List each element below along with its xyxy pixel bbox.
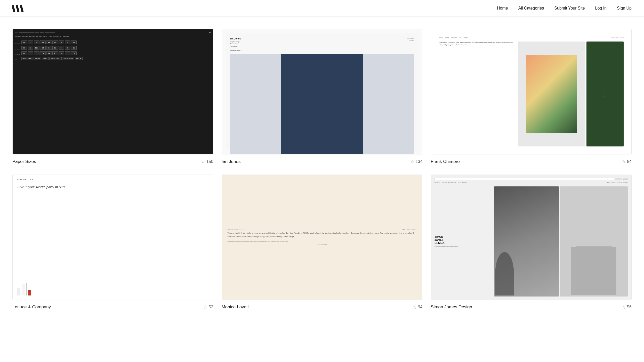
header: Home All Categories Submit Your Site Log… xyxy=(0,0,644,17)
card-frank-chimero[interactable]: Design Writing Illustration About Blog? … xyxy=(431,29,632,164)
main-nav: Home All Categories Submit Your Site Log… xyxy=(497,6,632,11)
svg-rect-0 xyxy=(12,5,15,12)
thumbnail-simon-james: All Items PROJECTS PROCESS ART DIRECTION… xyxy=(431,175,632,300)
card-footer-lettuce: Lettuce & Company ☆ 52 xyxy=(12,303,213,310)
card-lettuce[interactable]: LETTUCE | CO Live in your world, party i… xyxy=(12,175,213,310)
thumbnail-frank-chimero: Design Writing Illustration About Blog? … xyxy=(431,29,632,154)
star-icon: ☆ xyxy=(204,305,207,310)
card-title-simon: Simon James Design xyxy=(431,305,472,310)
star-icon: ☆ xyxy=(622,159,625,164)
svg-rect-2 xyxy=(20,5,24,12)
thumbnail-monica-lovati: MONICA LORETI STUDIO HOME ABOUT CONTACT … xyxy=(222,175,423,300)
thumbnail-ian-jones: Ian Jones Graphic designArt directionPho… xyxy=(222,29,423,154)
star-count-monica: 94 xyxy=(418,305,423,309)
card-title-paper-sizes: Paper Sizes xyxy=(12,159,36,164)
nav-categories[interactable]: All Categories xyxy=(518,6,544,11)
card-title-monica: Monica Lovati xyxy=(222,305,249,310)
thumbnail-paper-sizes: The best resource for International Pape… xyxy=(12,29,213,154)
card-stars-monica[interactable]: ☆ 94 xyxy=(413,305,423,310)
main-content: The best resource for International Pape… xyxy=(0,17,644,325)
card-stars-paper-sizes[interactable]: ☆ 150 xyxy=(201,159,213,164)
star-icon: ☆ xyxy=(413,305,416,310)
card-footer-ian-jones: Ian Jones ☆ 134 xyxy=(222,158,423,164)
card-stars-lettuce[interactable]: ☆ 52 xyxy=(204,305,213,310)
card-grid: The best resource for International Pape… xyxy=(12,29,632,310)
logo[interactable] xyxy=(12,4,26,13)
card-footer-frank-chimero: Frank Chimero ☆ 84 xyxy=(431,158,632,164)
star-icon: ☆ xyxy=(201,159,205,164)
thumbnail-lettuce: LETTUCE | CO Live in your world, party i… xyxy=(12,175,213,300)
star-icon: ☆ xyxy=(622,305,625,310)
svg-rect-1 xyxy=(16,5,20,12)
card-paper-sizes[interactable]: The best resource for International Pape… xyxy=(12,29,213,164)
star-count-ian-jones: 134 xyxy=(416,159,423,164)
star-count-frank-chimero: 84 xyxy=(627,159,632,164)
star-count-simon: 56 xyxy=(627,305,632,309)
card-stars-frank-chimero[interactable]: ☆ 84 xyxy=(622,159,632,164)
star-count-paper-sizes: 150 xyxy=(206,159,213,164)
card-title-ian-jones: Ian Jones xyxy=(222,159,241,164)
logo-icon xyxy=(12,4,26,13)
card-footer-simon: Simon James Design ☆ 56 xyxy=(431,303,632,310)
nav-submit[interactable]: Submit Your Site xyxy=(554,6,585,11)
card-stars-ian-jones[interactable]: ☆ 134 xyxy=(410,159,423,164)
nav-signup[interactable]: Sign Up xyxy=(617,6,632,11)
nav-home[interactable]: Home xyxy=(497,6,508,11)
nav-login[interactable]: Log In xyxy=(595,6,607,11)
card-simon-james[interactable]: All Items PROJECTS PROCESS ART DIRECTION… xyxy=(431,175,632,310)
card-footer-paper-sizes: Paper Sizes ☆ 150 xyxy=(12,158,213,164)
card-stars-simon[interactable]: ☆ 56 xyxy=(622,305,632,310)
card-title-lettuce: Lettuce & Company xyxy=(12,305,51,310)
star-icon: ☆ xyxy=(410,159,414,164)
card-ian-jones[interactable]: Ian Jones Graphic designArt directionPho… xyxy=(222,29,423,164)
card-footer-monica: Monica Lovati ☆ 94 xyxy=(222,303,423,310)
card-title-frank-chimero: Frank Chimero xyxy=(431,159,460,164)
star-count-lettuce: 52 xyxy=(209,305,213,309)
card-monica-lovati[interactable]: MONICA LORETI STUDIO HOME ABOUT CONTACT … xyxy=(222,175,423,310)
